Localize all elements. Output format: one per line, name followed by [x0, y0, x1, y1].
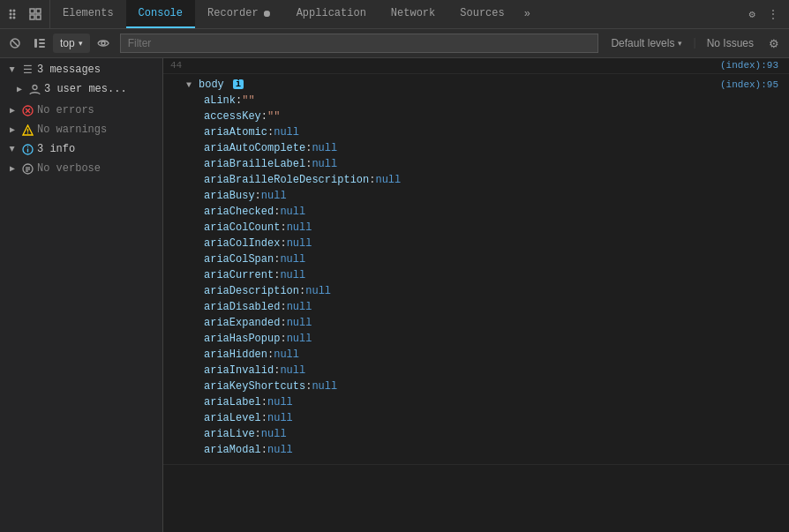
- tab-application[interactable]: Application: [284, 0, 379, 28]
- body-tag: i: [233, 79, 244, 89]
- toggle-sidebar-button[interactable]: [28, 32, 51, 55]
- tree-row-ariaHasPopup: ariaHasPopup : null: [200, 333, 789, 348]
- source-link-1[interactable]: (index):95: [720, 79, 778, 91]
- svg-point-17: [33, 85, 37, 89]
- filter-input[interactable]: [120, 34, 599, 53]
- tab-console[interactable]: Console: [126, 0, 195, 28]
- context-selector[interactable]: top ▾: [53, 34, 90, 53]
- tree-row-ariaColCount: ariaColCount : null: [200, 221, 789, 237]
- sidebar-item-verbose[interactable]: ▶ No verbose: [0, 159, 162, 178]
- prop-val-ariaExpanded: null: [287, 317, 312, 329]
- source-link-0[interactable]: (index):93: [720, 59, 778, 71]
- prop-val-ariaBrailleLabel: null: [312, 158, 337, 170]
- svg-point-16: [101, 41, 105, 45]
- console-sidebar: ▶ ☰ 3 messages ▶ 3 user mes... ▶: [0, 58, 163, 532]
- tree-row-ariaColSpan: ariaColSpan : null: [200, 253, 789, 269]
- prop-key-ariaAutoComplete: ariaAutoComplete: [204, 142, 305, 154]
- settings-icon[interactable]: ⚙: [743, 5, 761, 23]
- prop-val-ariaColIndex: null: [287, 237, 312, 250]
- expand-arrow-errors: ▶: [7, 105, 18, 116]
- prop-val-ariaColSpan: null: [280, 253, 305, 266]
- verbose-icon: [21, 162, 34, 175]
- tree-row-ariaKeyShortcuts: ariaKeyShortcuts : null: [200, 380, 789, 396]
- tree-row-ariaModal: ariaModal : null: [200, 444, 789, 460]
- expand-arrow-messages: ▶: [7, 64, 18, 75]
- warnings-label: No warnings: [37, 124, 155, 136]
- tree-row-body[interactable]: ▼ body i (index):95: [179, 79, 789, 94]
- prop-key-ariaColCount: ariaColCount: [204, 221, 280, 234]
- prop-val-ariaKeyShortcuts: null: [312, 380, 337, 393]
- prop-key-ariaInvalid: ariaInvalid: [204, 364, 274, 377]
- tree-row-ariaBrailleLabel: ariaBrailleLabel : null: [200, 158, 789, 174]
- expand-arrow-warnings: ▶: [7, 124, 18, 135]
- prop-val-ariaDescription: null: [305, 285, 331, 297]
- sidebar-item-info[interactable]: ▶ 3 info: [0, 139, 162, 159]
- prop-val-ariaLabel: null: [267, 396, 293, 408]
- default-levels-button[interactable]: Default levels ▾: [604, 34, 689, 53]
- clear-console-button[interactable]: [4, 32, 26, 55]
- svg-point-5: [13, 17, 16, 19]
- prop-val-ariaChecked: null: [280, 206, 305, 218]
- prop-key-ariaLabel: ariaLabel: [204, 396, 261, 408]
- console-line-44: 44 (index):93: [163, 58, 789, 74]
- tab-bar-right: ⚙ ⋮: [736, 5, 789, 23]
- info-icon: [21, 143, 34, 155]
- prop-val-ariaDisabled: null: [287, 301, 312, 313]
- line-number-44: 44: [163, 59, 207, 71]
- sidebar-item-user-messages[interactable]: ▶ 3 user mes...: [0, 79, 162, 99]
- tab-sources[interactable]: Sources: [447, 0, 516, 28]
- prop-key-ariaBusy: ariaBusy: [204, 190, 255, 202]
- user-icon: [28, 83, 41, 95]
- tab-recorder[interactable]: Recorder ⏺: [195, 0, 284, 28]
- tree-row-ariaAutoComplete: ariaAutoComplete : null: [200, 142, 789, 158]
- inspect-icon[interactable]: [26, 5, 44, 23]
- body-expand-arrow[interactable]: ▼: [183, 80, 195, 90]
- console-line-body: ▼ body i (index):95 aLink : "": [163, 74, 789, 465]
- body-key: body: [199, 79, 224, 91]
- tree-row-ariaBusy: ariaBusy : null: [200, 190, 789, 206]
- sidebar-item-errors[interactable]: ▶ No errors: [0, 101, 162, 120]
- error-icon: [21, 104, 34, 116]
- no-issues-button[interactable]: No Issues: [700, 35, 761, 51]
- devtools-menu-icon[interactable]: [5, 5, 23, 23]
- svg-point-3: [13, 10, 16, 12]
- prop-key-ariaExpanded: ariaExpanded: [204, 317, 280, 329]
- prop-val-ariaBrailleRoleDescription: null: [375, 174, 401, 186]
- tree-row-ariaHidden: ariaHidden : null: [200, 348, 789, 364]
- prop-key-ariaDescription: ariaDescription: [204, 285, 299, 297]
- prop-key-ariaLevel: ariaLevel: [204, 412, 261, 424]
- tree-row-accessKey: accessKey : "": [200, 110, 789, 126]
- main-content: ▶ ☰ 3 messages ▶ 3 user mes... ▶: [0, 58, 789, 532]
- tab-elements[interactable]: Elements: [50, 0, 126, 28]
- svg-rect-7: [30, 15, 34, 19]
- console-output: 44 (index):93 ▼ body i (index):95: [163, 58, 789, 532]
- svg-point-2: [10, 17, 12, 19]
- info-label: 3 info: [37, 143, 155, 155]
- more-tabs-button[interactable]: »: [517, 0, 537, 28]
- prop-key-accessKey: accessKey: [204, 110, 261, 123]
- verbose-label: No verbose: [37, 162, 155, 175]
- prop-val-ariaModal: null: [267, 444, 293, 456]
- tab-network[interactable]: Network: [379, 0, 447, 28]
- prop-key-ariaModal: ariaModal: [204, 444, 261, 456]
- console-toolbar: top ▾ Default levels ▾ | No Issues ⚙: [0, 29, 789, 58]
- console-settings-button[interactable]: ⚙: [763, 32, 785, 55]
- tree-row-ariaChecked: ariaChecked : null: [200, 206, 789, 221]
- prop-val-accessKey: "": [267, 110, 280, 123]
- more-options-icon[interactable]: ⋮: [764, 5, 782, 23]
- prop-key-ariaColSpan: ariaColSpan: [204, 253, 274, 266]
- svg-rect-12: [34, 39, 37, 48]
- svg-point-25: [26, 146, 27, 146]
- eye-icon-button[interactable]: [92, 32, 115, 55]
- prop-key-ariaHasPopup: ariaHasPopup: [204, 333, 280, 345]
- sidebar-item-warnings[interactable]: ▶ No warnings: [0, 120, 162, 139]
- tree-row-aLink: aLink : "": [200, 94, 789, 110]
- prop-key-ariaBrailleLabel: ariaBrailleLabel: [204, 158, 305, 170]
- prop-key-ariaDisabled: ariaDisabled: [204, 301, 280, 313]
- tree-row-ariaLive: ariaLive : null: [200, 428, 789, 444]
- svg-rect-8: [36, 9, 41, 13]
- svg-rect-9: [36, 15, 41, 19]
- prop-val-ariaHidden: null: [274, 348, 299, 361]
- sidebar-item-messages[interactable]: ▶ ☰ 3 messages: [0, 60, 162, 79]
- tree-row-ariaLabel: ariaLabel : null: [200, 396, 789, 412]
